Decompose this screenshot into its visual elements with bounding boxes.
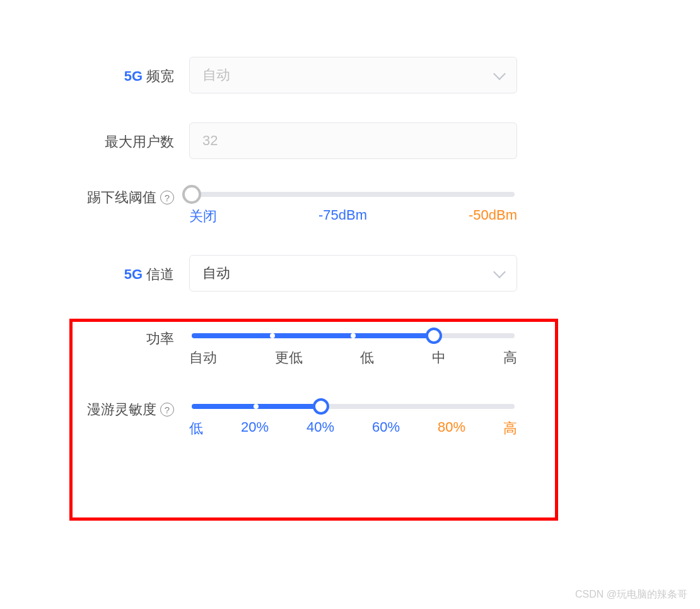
help-icon[interactable]: ? [160,191,174,204]
kick-threshold-slider[interactable]: 关闭 -75dBm -50dBm [189,188,517,226]
tick-mid: 中 [432,348,446,367]
power-slider[interactable]: 自动 更低 低 中 高 [189,329,517,367]
tick-80: 80% [438,419,465,438]
bandwidth-value: 自动 [202,66,230,85]
tick-off: 关闭 [189,207,217,226]
tick-lower: 更低 [275,348,303,367]
channel-select[interactable]: 自动 [189,255,517,292]
chevron-down-icon [493,266,506,278]
maxusers-value: 32 [202,133,218,149]
channel-label: 5G 信道 [0,255,189,284]
maxusers-row: 最大用户数 32 [0,122,637,159]
tick-40: 40% [306,419,334,438]
power-label: 功率 [0,329,189,348]
tick-60: 60% [372,419,400,438]
watermark: CSDN @玩电脑的辣条哥 [575,588,687,601]
roaming-label: 漫游灵敏度 ? [0,400,189,419]
tick-low: 低 [189,419,203,438]
bandwidth-row: 5G 频宽 自动 [0,57,637,93]
tick-75dbm: -75dBm [318,207,367,226]
slider-handle[interactable] [182,185,201,204]
slider-handle[interactable] [426,328,442,344]
help-icon[interactable]: ? [160,403,174,417]
tick-high: 高 [503,348,517,367]
slider-handle[interactable] [313,398,329,415]
tick-low: 低 [360,348,374,367]
tick-20: 20% [241,419,269,438]
bandwidth-select[interactable]: 自动 [189,57,517,93]
bandwidth-label: 5G 频宽 [0,57,189,86]
channel-row: 5G 信道 自动 [0,255,637,292]
bandwidth-prefix: 5G [124,68,143,85]
channel-value: 自动 [202,264,230,283]
roaming-row: 漫游灵敏度 ? 低 20% 40% 60% 80% 高 [0,400,637,438]
maxusers-input[interactable]: 32 [189,122,517,159]
tick-high: 高 [503,419,517,438]
power-row: 功率 自动 更低 低 中 高 [0,329,637,367]
chevron-down-icon [493,68,506,80]
kick-threshold-row: 踢下线阈值 ? 关闭 -75dBm -50dBm [0,188,637,226]
roaming-slider[interactable]: 低 20% 40% 60% 80% 高 [189,400,517,438]
tick-auto: 自动 [189,348,217,367]
maxusers-label: 最大用户数 [0,122,189,151]
tick-50dbm: -50dBm [469,207,517,226]
channel-prefix: 5G [124,266,143,283]
kick-threshold-label: 踢下线阈值 ? [0,188,189,207]
